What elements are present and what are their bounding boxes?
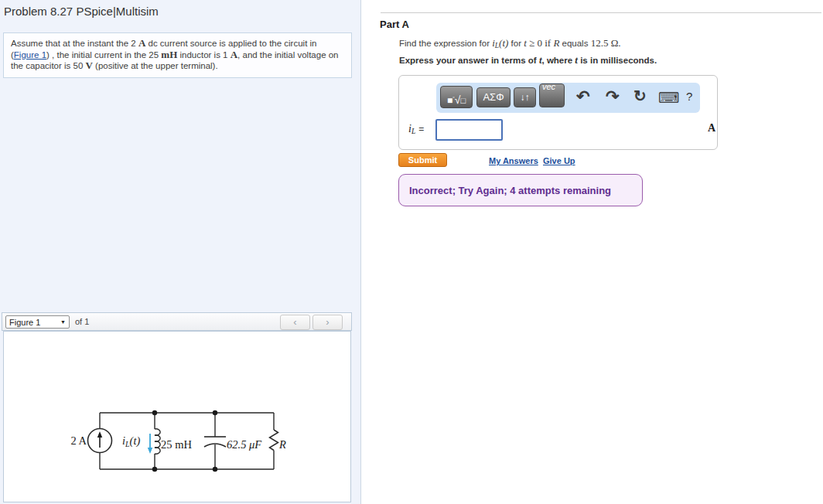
- my-answers-link[interactable]: My Answers: [489, 156, 538, 165]
- circuit-diagram: 2 A iL(t) 25 mH 62.5 μF R: [4, 332, 350, 502]
- keyboard-icon[interactable]: ⌨: [658, 89, 679, 107]
- text-segment: Find the expression for: [399, 39, 492, 48]
- math-paren-t: (t): [499, 37, 508, 49]
- statement-segment: Assume that at the instant the 2: [11, 39, 138, 48]
- figure-select-dropdown[interactable]: Figure 1 ▼: [5, 315, 70, 329]
- submit-button[interactable]: Submit: [398, 153, 447, 167]
- greek-symbols-button[interactable]: ΑΣΦ: [476, 87, 511, 107]
- math-value-ohms: 12.5 Ω.: [591, 37, 621, 49]
- feedback-message: Incorrect; Try Again; 4 attempts remaini…: [409, 185, 611, 196]
- unit-ampere: A: [138, 37, 145, 49]
- text-segment: is in milliseconds.: [578, 56, 657, 65]
- unit-ampere: A: [231, 49, 237, 60]
- give-up-link[interactable]: Give Up: [543, 156, 575, 165]
- resistor-label: R: [278, 438, 286, 451]
- vec-label: vec: [542, 82, 555, 91]
- help-icon[interactable]: ?: [686, 90, 692, 103]
- answer-unit-label: A: [708, 122, 715, 135]
- redo-icon[interactable]: ↷: [606, 87, 620, 106]
- text-segment: , where: [542, 56, 575, 65]
- source-label: 2 A: [70, 434, 87, 447]
- feedback-banner: Incorrect; Try Again; 4 attempts remaini…: [398, 174, 643, 206]
- unit-millihenry: mH: [161, 49, 177, 60]
- express-instruction: Express your answer in terms of t, where…: [399, 54, 657, 66]
- vector-button[interactable]: vec: [539, 83, 565, 107]
- caret-down-icon: ▼: [60, 319, 66, 325]
- figure-prev-button[interactable]: ‹: [280, 315, 310, 330]
- current-source: [88, 429, 112, 453]
- inductor-current-arrow: [148, 434, 152, 454]
- problem-statement: Assume that at the instant the 2 A dc cu…: [3, 32, 352, 78]
- figure-next-button[interactable]: ›: [312, 315, 343, 330]
- mastering-problem-page: Problem 8.27 PSpice|Multisim Assume that…: [0, 0, 823, 504]
- statement-segment: inductor is 1: [177, 50, 230, 60]
- current-label: iL(t): [122, 434, 140, 448]
- part-a-panel: Part A Find the expression for iL(t) for…: [362, 0, 823, 504]
- statement-segment: ) , the initial current in the 25: [46, 50, 161, 60]
- figure-link[interactable]: Figure 1: [14, 50, 46, 60]
- statement-segment: (positive at the upper terminal).: [93, 61, 218, 70]
- text-segment: Express your answer in terms of: [399, 56, 539, 65]
- math-templates-button[interactable]: ■▫√□: [440, 86, 473, 108]
- answer-input[interactable]: [435, 119, 503, 141]
- inductor: [155, 429, 160, 454]
- figure-canvas: 2 A iL(t) 25 mH 62.5 μF R: [3, 331, 351, 502]
- answer-lhs-label: iL=: [408, 121, 424, 135]
- inductor-label: 25 mH: [161, 438, 192, 451]
- answer-box: ■▫√□ ΑΣΦ ↓↑ vec ↶ ↷ ↻ ⌨ ? iL= A: [398, 75, 718, 150]
- unit-volt: V: [86, 60, 93, 71]
- section-divider: [381, 12, 821, 13]
- figure-toolbar: Figure 1 ▼ of 1 ‹ ›: [2, 312, 352, 331]
- text-segment: for: [508, 39, 524, 48]
- reset-icon[interactable]: ↻: [633, 87, 647, 105]
- arrows-button[interactable]: ↓↑: [514, 87, 536, 107]
- chevron-right-icon: ›: [326, 316, 329, 328]
- resistor: [270, 430, 278, 451]
- equals-sign: =: [415, 124, 424, 135]
- empty-square-icon: □: [460, 96, 466, 105]
- math-toolbar: ■▫√□ ΑΣΦ ↓↑ vec ↶ ↷ ↻ ⌨ ?: [436, 83, 700, 113]
- math-ge-zero: ≥ 0 if: [527, 37, 554, 49]
- problem-panel: Problem 8.27 PSpice|Multisim Assume that…: [0, 0, 361, 504]
- chevron-left-icon: ‹: [293, 316, 296, 328]
- question-text: Find the expression for iL(t) for t ≥ 0 …: [399, 37, 621, 49]
- undo-icon[interactable]: ↶: [576, 87, 590, 106]
- text-segment: equals: [559, 39, 590, 48]
- figure-select-value: Figure 1: [9, 318, 40, 327]
- part-a-heading: Part A: [380, 19, 409, 30]
- page-title: Problem 8.27 PSpice|Multisim: [4, 5, 159, 18]
- figure-count-label: of 1: [75, 317, 89, 326]
- capacitor-label: 62.5 μF: [227, 438, 261, 451]
